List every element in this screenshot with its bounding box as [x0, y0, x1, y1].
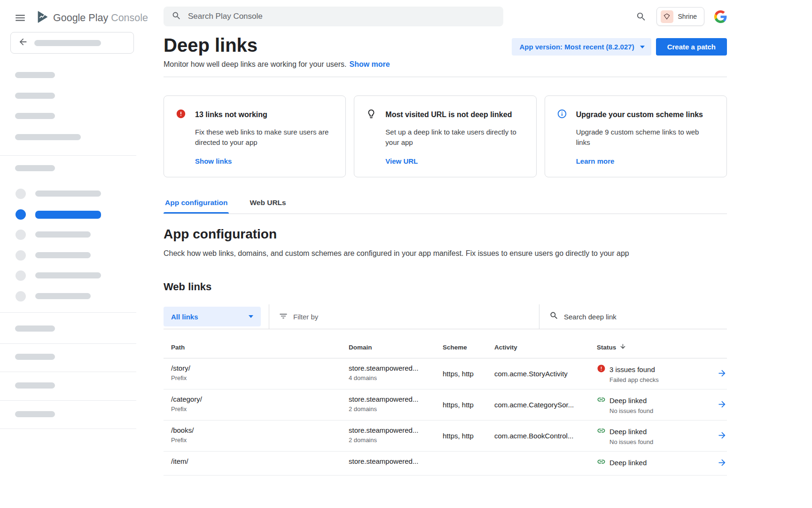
- status-badge: 3 issues found: [597, 364, 708, 374]
- skeleton-bar: [15, 382, 55, 389]
- nav-item-dot: [16, 250, 26, 261]
- status-detail: No issues found: [609, 407, 708, 414]
- sidebar-item-active[interactable]: [35, 211, 101, 219]
- sidebar-divider: [0, 429, 136, 429]
- links-not-working-card: 13 links not working Fix these web links…: [164, 95, 346, 177]
- filter-icon: [279, 311, 288, 322]
- error-icon: [176, 109, 186, 121]
- column-activity[interactable]: Activity: [494, 344, 597, 351]
- header-divider: [164, 77, 727, 77]
- card-body: Set up a deep link to take users directl…: [385, 127, 523, 148]
- web-links-heading: Web links: [164, 281, 727, 293]
- chevron-down-icon: [249, 315, 253, 318]
- column-scheme[interactable]: Scheme: [443, 344, 494, 351]
- deep-link-search[interactable]: [539, 311, 727, 322]
- status-value: Deep linked: [609, 428, 647, 436]
- search-icon[interactable]: [636, 11, 647, 22]
- column-domain[interactable]: Domain: [349, 344, 443, 351]
- logo-text: Google Play Console: [53, 12, 148, 24]
- activity-value: com.acme.BookControl...: [494, 432, 597, 440]
- path-type: Prefix: [171, 437, 349, 444]
- path-type: Prefix: [171, 405, 349, 413]
- domain-count: 2 domains: [349, 405, 443, 413]
- status-detail: No issues found: [609, 438, 708, 445]
- scheme-value: https, http: [443, 370, 494, 378]
- status-badge: Deep linked: [597, 395, 708, 405]
- status-value: Deep linked: [609, 459, 647, 467]
- tab-web-urls[interactable]: Web URLs: [248, 198, 287, 214]
- arrow-right-icon: [717, 430, 727, 442]
- show-links-link[interactable]: Show links: [195, 157, 232, 165]
- filter-bar: All links Filter by: [164, 304, 727, 329]
- table-row[interactable]: /category/Prefix store.steampowered...2 …: [164, 389, 727, 421]
- nav-item-dot: [16, 291, 26, 302]
- open-link-details-button[interactable]: [717, 399, 727, 411]
- filter-by-label: Filter by: [293, 313, 318, 321]
- nav-item-dot: [16, 230, 26, 240]
- skeleton-bar: [15, 93, 55, 99]
- status-badge: Deep linked: [597, 457, 708, 468]
- nav-item-dot: [16, 189, 26, 199]
- column-status-label: Status: [597, 344, 616, 351]
- skeleton-bar: [35, 252, 91, 258]
- link-icon: [597, 426, 606, 437]
- column-status[interactable]: Status: [597, 343, 708, 351]
- arrow-right-icon: [717, 368, 727, 380]
- info-icon: [557, 109, 567, 121]
- table-row[interactable]: /item/ store.steampowered... Deep linked: [164, 452, 727, 476]
- learn-more-link[interactable]: Learn more: [576, 157, 615, 165]
- open-link-details-button[interactable]: [717, 368, 727, 380]
- chevron-down-icon: [640, 46, 645, 48]
- table-row[interactable]: /story/Prefix store.steampowered...4 dom…: [164, 358, 727, 389]
- scheme-value: https, http: [443, 432, 494, 440]
- path-type: Prefix: [171, 374, 349, 381]
- link-icon: [597, 395, 606, 405]
- app-version-label: App version: Most recent (8.2.027): [519, 43, 634, 51]
- table-header: Path Domain Scheme Activity Status: [164, 336, 727, 358]
- domain-value: store.steampowered...: [349, 457, 443, 465]
- app-version-dropdown[interactable]: App version: Most recent (8.2.027): [512, 38, 651, 56]
- sidebar-divider: [0, 155, 136, 156]
- app-selector[interactable]: Shrine: [656, 7, 704, 26]
- skeleton-bar: [35, 272, 101, 278]
- tab-bar: App configuration Web URLs: [164, 198, 727, 214]
- domain-count: 4 domains: [349, 374, 443, 381]
- sidebar: Google Play Console: [0, 0, 136, 508]
- skeleton-bar: [15, 325, 55, 332]
- deep-link-search-input[interactable]: [564, 313, 727, 321]
- create-patch-button[interactable]: Create a patch: [656, 38, 727, 56]
- show-more-link[interactable]: Show more: [350, 60, 390, 68]
- search-icon: [549, 311, 559, 322]
- view-url-link[interactable]: View URL: [385, 157, 418, 165]
- shrine-app-icon: [661, 10, 673, 23]
- insight-cards: 13 links not working Fix these web links…: [164, 95, 727, 177]
- section-title: App configuration: [164, 227, 727, 242]
- links-filter-dropdown[interactable]: All links: [164, 307, 261, 326]
- play-logo-icon: [35, 9, 49, 26]
- nav-item-dot-active: [16, 209, 26, 220]
- menu-icon[interactable]: [14, 12, 26, 24]
- google-account-icon[interactable]: [714, 10, 727, 23]
- sidebar-divider: [0, 343, 136, 344]
- filter-by-button[interactable]: Filter by: [279, 311, 318, 322]
- header-actions: App version: Most recent (8.2.027) Creat…: [512, 38, 727, 56]
- status-badge: Deep linked: [597, 426, 708, 437]
- open-link-details-button[interactable]: [717, 430, 727, 442]
- card-body: Upgrade 9 custom scheme links to web lin…: [576, 127, 714, 148]
- path-value: /books/: [171, 426, 349, 434]
- search-icon: [172, 11, 181, 23]
- back-button[interactable]: [10, 32, 134, 54]
- tab-app-configuration[interactable]: App configuration: [164, 198, 229, 214]
- column-path[interactable]: Path: [171, 344, 349, 351]
- topbar-right: Shrine: [636, 7, 727, 26]
- status-value: 3 issues found: [609, 365, 655, 373]
- skeleton-bar: [15, 113, 55, 119]
- table-row[interactable]: /books/Prefix store.steampowered...2 dom…: [164, 421, 727, 452]
- open-link-details-button[interactable]: [717, 458, 727, 469]
- domain-value: store.steampowered...: [349, 395, 443, 403]
- console-search-input[interactable]: [188, 12, 495, 21]
- console-search[interactable]: [164, 7, 503, 26]
- sidebar-header: Google Play Console: [14, 9, 148, 26]
- card-body: Fix these web links to make sure users a…: [195, 127, 333, 148]
- activity-value: com.acme.CategorySor...: [494, 401, 597, 409]
